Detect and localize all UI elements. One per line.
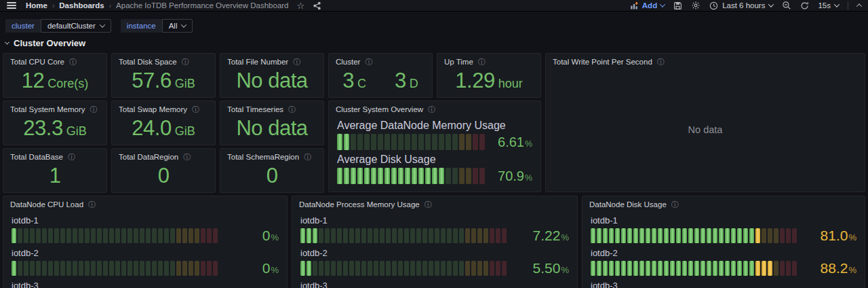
add-panel-button[interactable]: Add — [629, 1, 665, 10]
gauge-value: 70.9% — [498, 168, 532, 184]
info-icon[interactable]: ⓘ — [90, 106, 98, 113]
panel-title: Total SchemaRegion — [227, 153, 299, 161]
panel-title: Total File Number — [227, 58, 288, 66]
info-icon[interactable]: ⓘ — [671, 201, 679, 209]
panel-total-disk-space: Total Disk Spaceⓘ 57.6GiB — [111, 53, 216, 98]
gauge-value: 5.50% — [517, 260, 569, 276]
panel-title: DataNode Process Memory Usage — [299, 200, 420, 209]
panel-datanode-disk-usage: DataNode Disk Usageⓘ iotdb-1 81.0% iotdb… — [582, 196, 865, 288]
info-icon[interactable]: ⓘ — [425, 201, 432, 209]
led-gauge-bar — [300, 261, 511, 276]
gauge-row-iotdb-2: iotdb-2 88.2% — [591, 248, 856, 276]
info-icon[interactable]: ⓘ — [288, 106, 296, 113]
panel-datanode-cpu-load: DataNode CPU Loadⓘ iotdb-1 0% iotdb-2 0%… — [3, 196, 288, 288]
stat-unit: D — [410, 77, 418, 91]
gauge-value: 81.0% — [805, 228, 856, 244]
gauge-row-iotdb-2: iotdb-2 5.50% — [300, 248, 569, 276]
variable-instance: instance All — [121, 19, 193, 33]
info-icon[interactable]: ⓘ — [365, 58, 372, 66]
stat-value-datanode: 3 — [395, 69, 406, 93]
panel-total-schemaregion: Total SchemaRegionⓘ 0 — [220, 148, 324, 193]
stat-value: 0 — [158, 164, 170, 188]
save-dashboard-icon[interactable] — [673, 1, 682, 10]
stat-value: 23.3 — [23, 116, 62, 141]
info-icon[interactable]: ⓘ — [183, 154, 191, 161]
zoom-out-icon[interactable] — [782, 1, 791, 10]
row-header-cluster-overview[interactable]: Cluster Overview — [5, 38, 85, 48]
gauge-label: iotdb-1 — [300, 215, 569, 226]
panel-total-database: Total DataBaseⓘ 1 — [3, 148, 107, 193]
gauge-label: iotdb-3 — [591, 281, 856, 288]
gauge-label: iotdb-1 — [12, 215, 279, 226]
info-icon[interactable]: ⓘ — [478, 58, 486, 66]
panel-title: Total Disk Space — [119, 58, 177, 66]
gauge-row-iotdb-1: iotdb-1 7.22% — [300, 215, 569, 244]
stat-unit: Core(s) — [47, 77, 88, 91]
time-range-label: Last 6 hours — [722, 1, 765, 10]
chevron-down-icon — [5, 40, 9, 45]
gauge-row-iotdb-2: iotdb-2 0% — [12, 248, 279, 276]
panel-title: Cluster — [336, 58, 360, 66]
stat-unit: hour — [498, 77, 523, 91]
row-title: Cluster Overview — [14, 38, 85, 48]
panel-total-system-memory: Total System Memoryⓘ 23.3GiB — [3, 101, 107, 145]
gauge-label: iotdb-1 — [591, 215, 856, 226]
gauge-row-avg-disk: Average Disk Usage 70.9% — [337, 154, 532, 184]
info-icon[interactable]: ⓘ — [657, 58, 665, 66]
time-range-picker[interactable]: Last 6 hours — [709, 1, 773, 10]
panel-total-cpu-core: Total CPU Coreⓘ 12Core(s) — [3, 53, 107, 98]
refresh-interval-picker[interactable]: 15s — [818, 1, 839, 10]
info-icon[interactable]: ⓘ — [182, 58, 189, 66]
gauge-label: Average DataNode Memory Usage — [337, 120, 532, 132]
panel-title: Total CPU Core — [10, 58, 64, 66]
info-icon[interactable]: ⓘ — [88, 201, 96, 209]
panel-title: Cluster System Overview — [336, 105, 423, 113]
gauge-label: iotdb-2 — [12, 248, 279, 258]
variable-instance-select[interactable]: All — [162, 19, 193, 33]
settings-gear-icon[interactable] — [691, 1, 701, 10]
gauge-row-iotdb-1: iotdb-1 0% — [12, 215, 279, 244]
gauge-label: iotdb-2 — [591, 248, 856, 258]
chevron-down-icon — [768, 1, 774, 7]
panel-total-timeseries: Total Timeseriesⓘ No data — [220, 101, 324, 145]
panel-total-file-number: Total File Numberⓘ No data — [220, 53, 324, 98]
gauge-row-iotdb-3: iotdb-3 0% — [12, 281, 279, 288]
panel-total-dataregion: Total DataRegionⓘ 0 — [111, 148, 216, 193]
no-data-message: No data — [546, 67, 865, 192]
breadcrumb-home[interactable]: Home — [26, 1, 47, 10]
variable-cluster-select[interactable]: defaultCluster — [41, 19, 111, 33]
gauge-label: iotdb-3 — [300, 281, 569, 288]
panel-cluster: Clusterⓘ 3C 3D — [328, 53, 433, 98]
stat-value: 0 — [267, 164, 278, 188]
led-gauge-bar — [12, 228, 220, 243]
gauge-row-iotdb-1: iotdb-1 81.0% — [591, 215, 856, 244]
menu-icon[interactable] — [7, 2, 16, 9]
panel-title: Total Swap Memory — [119, 105, 187, 113]
stat-value: 57.6 — [132, 69, 171, 93]
refresh-interval-label: 15s — [818, 1, 831, 10]
share-icon[interactable] — [313, 1, 321, 10]
favorite-star-icon[interactable]: ☆ — [297, 1, 305, 11]
gauge-value: 0% — [227, 260, 279, 276]
breadcrumb-dashboards[interactable]: Dashboards — [59, 1, 104, 10]
info-icon[interactable]: ⓘ — [192, 106, 199, 113]
info-icon[interactable]: ⓘ — [69, 58, 77, 66]
collapse-topnav-icon[interactable] — [857, 3, 861, 7]
info-icon[interactable]: ⓘ — [293, 58, 300, 66]
stat-unit: C — [357, 77, 366, 91]
info-icon[interactable]: ⓘ — [428, 106, 435, 113]
panel-title: Total Timeseries — [227, 105, 283, 113]
gauge-value: 7.22% — [517, 228, 569, 244]
chevron-down-icon — [660, 1, 665, 7]
led-gauge-bar — [337, 168, 491, 184]
panel-title: Up Time — [444, 58, 473, 66]
refresh-icon[interactable] — [800, 1, 809, 10]
panel-total-swap-memory: Total Swap Memoryⓘ 24.0GiB — [111, 101, 216, 145]
info-icon[interactable]: ⓘ — [304, 154, 311, 161]
topnav-actions: Add Last 6 hours — [629, 1, 861, 10]
panel-cluster-system-overview: Cluster System Overviewⓘ Average DataNod… — [328, 101, 541, 192]
info-icon[interactable]: ⓘ — [68, 154, 75, 161]
panel-title: Total DataBase — [10, 153, 63, 161]
stat-value: 24.0 — [132, 116, 171, 141]
breadcrumb-separator-icon: › — [52, 2, 54, 10]
